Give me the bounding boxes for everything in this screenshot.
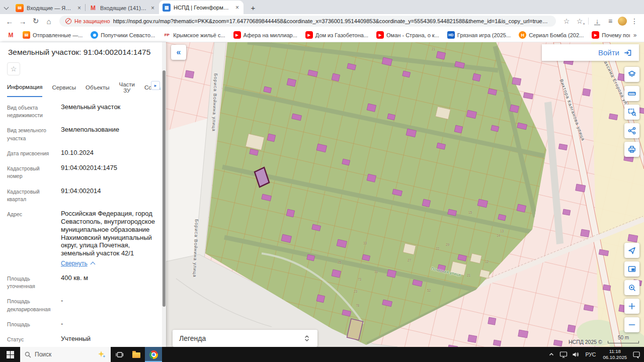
browser-menu-icon[interactable]: ⋮ [629, 16, 640, 27]
tab-close-icon[interactable]: × [150, 5, 155, 12]
login-bar[interactable]: Войти [542, 44, 639, 61]
language-indicator[interactable]: РУС [583, 351, 598, 357]
field-value: - [61, 297, 159, 313]
tab-close-icon[interactable]: × [234, 4, 240, 11]
download-icon[interactable]: ↓ [592, 16, 603, 27]
bookmark-item[interactable] [4, 30, 18, 40]
browser-tab-strip: Входящие — Яндекс Почта × Входящие (141)… [0, 0, 644, 14]
print-button[interactable] [624, 142, 639, 157]
bookmark-item[interactable]: Попутчики Севасто... [88, 30, 158, 40]
browser-tab[interactable]: Входящие — Яндекс Почта × [12, 2, 86, 14]
bookmark-star-icon[interactable]: ☆ [561, 16, 572, 27]
volume-icon[interactable] [571, 350, 580, 358]
file-explorer-button[interactable] [128, 347, 145, 362]
panel-tab[interactable]: Информация [7, 78, 42, 97]
field-label: Статус [7, 335, 56, 343]
ruler-button[interactable] [624, 86, 639, 101]
bookmark-favicon [7, 31, 15, 39]
bookmark-favicon [305, 31, 313, 39]
minimap-button[interactable] [624, 261, 639, 277]
panel-tab[interactable]: Сервисы [52, 78, 76, 97]
field-row: Кадастровый квартал 91:04:002014 [7, 187, 159, 203]
bookmark-item[interactable]: Дом из Газобетона... [302, 30, 371, 40]
zoom-out-button[interactable] [624, 317, 639, 332]
field-value: 10.10.2024 [61, 149, 159, 157]
zoom-in-button[interactable] [624, 299, 639, 314]
map-graphic [166, 42, 644, 347]
layers-button[interactable] [624, 67, 639, 82]
taskbar-search-box[interactable]: Поиск [20, 347, 111, 362]
profile-avatar[interactable] [618, 17, 627, 26]
field-label: Дата присвоения [7, 149, 56, 157]
legend-bar[interactable]: Легенда [173, 330, 317, 347]
page-title: Земельный участок: 91:04:002014:1475 [0, 42, 166, 61]
bookmarks-list: Отправленные —... Попутчики Севасто... К… [4, 30, 630, 40]
browser-tab[interactable]: НСПД | Геоинформационный × [159, 1, 244, 14]
map-attribution: НСПД 2025 © [569, 339, 602, 345]
bookmark-item[interactable]: Афера на миллиар... [230, 30, 300, 40]
bookmark-item[interactable]: Крымское жильё с... [160, 30, 228, 40]
favorite-star-button[interactable]: ☆ [7, 62, 20, 75]
home-icon[interactable]: ⌂ [43, 16, 54, 27]
tray-expand-icon[interactable] [547, 351, 556, 358]
field-value: Земельный участок [61, 103, 159, 119]
security-badge: Не защищено [74, 18, 110, 24]
field-value: 91:04:002014:1475 [61, 164, 159, 180]
field-label: Вид земельного участка [7, 126, 56, 142]
folder-icon [132, 352, 140, 358]
bookmark-item[interactable]: Грязная игра (2025... [444, 30, 514, 40]
bookmark-favicon [376, 31, 384, 39]
bookmarks-overflow-button[interactable]: » [630, 32, 640, 39]
chrome-taskbar-button[interactable] [145, 347, 162, 362]
legend-expand-icon[interactable] [303, 334, 311, 343]
start-button[interactable] [0, 347, 20, 362]
reload-icon[interactable]: ↻ [30, 16, 41, 27]
toolbar-divider [588, 18, 589, 25]
add-bookmark-star-icon[interactable]: ☆ [574, 16, 585, 27]
task-view-button[interactable] [111, 347, 128, 362]
tab-close-icon[interactable]: × [76, 5, 82, 12]
panel-scrollbar[interactable] [162, 42, 166, 347]
bookmark-favicon [23, 31, 30, 39]
bookmark-item[interactable]: Сериал Бомба (202... [516, 30, 587, 40]
panel-collapse-button[interactable]: « [171, 45, 186, 60]
tab-search-chevron-icon[interactable] [0, 2, 12, 14]
back-icon[interactable]: ← [4, 16, 15, 27]
locate-button[interactable] [624, 243, 639, 258]
field-row: Вид земельного участка Землепользование [7, 126, 159, 142]
browser-tab[interactable]: Входящие (141) - sobakass@g × [86, 2, 159, 14]
fields-top: Вид объекта недвижимости Земельный участ… [0, 103, 166, 203]
field-value: - [61, 320, 159, 328]
tabs-scroll-right-button[interactable]: ▸ [151, 81, 160, 90]
field-row: Площадь декларированная - [7, 297, 159, 313]
windows-taskbar: Поиск РУС 11:1806.10.2025 [0, 347, 644, 362]
scrollbar-thumb[interactable] [163, 70, 166, 307]
tab-favicon [163, 4, 171, 12]
field-row: Кадастровый номер 91:04:002014:1475 [7, 164, 159, 180]
bookmark-favicon [91, 31, 98, 39]
panel-tab[interactable]: Части ЗУ [119, 78, 135, 97]
area-select-button[interactable] [624, 105, 639, 120]
bookmark-item[interactable]: Оман - Страна, о к... [373, 30, 442, 40]
network-icon[interactable] [559, 350, 568, 358]
field-label: Адрес [7, 210, 56, 267]
share-button[interactable] [624, 123, 639, 138]
reading-list-icon[interactable]: ≡ [605, 16, 616, 27]
bookmark-favicon [447, 31, 455, 39]
field-value: 91:04:002014 [61, 187, 159, 203]
bookmark-item[interactable]: Отправленные —... [20, 30, 86, 40]
search-area-button[interactable] [624, 280, 639, 295]
collapse-address-link[interactable]: Свернуть [61, 260, 95, 267]
login-icon [623, 48, 632, 57]
map-canvas[interactable]: Бориса Войнина улицаБориса Войнина улица… [166, 42, 644, 347]
bookmark-item[interactable]: Почему покупать д... [589, 30, 630, 40]
forward-icon[interactable]: → [17, 16, 28, 27]
field-value: Землепользование [61, 126, 159, 142]
login-label: Войти [598, 48, 619, 57]
panel-tab[interactable]: Объекты [86, 78, 109, 97]
clock[interactable]: 11:1806.10.2025 [601, 348, 629, 360]
notification-center-icon[interactable] [632, 350, 641, 358]
new-tab-button[interactable]: + [247, 1, 260, 14]
url-bar[interactable]: Не защищено https://nspd.gov.ru/map?them… [59, 16, 556, 27]
field-row: Дата присвоения 10.10.2024 [7, 149, 159, 157]
